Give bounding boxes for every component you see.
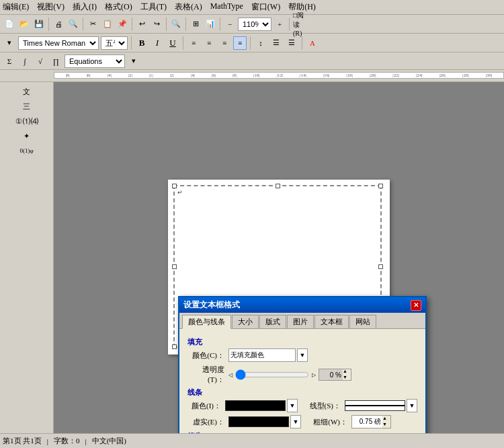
preview-button[interactable]: 🔍 bbox=[67, 17, 80, 31]
tab-textbox[interactable]: 文本框 bbox=[314, 315, 349, 328]
handle-tl[interactable] bbox=[172, 184, 177, 188]
open-button[interactable]: 📂 bbox=[17, 17, 31, 31]
sidebar-icon4[interactable]: ✦ bbox=[20, 129, 34, 143]
menu-tools[interactable]: 工具(T) bbox=[140, 1, 167, 13]
menu-insert[interactable]: 插入(I) bbox=[73, 1, 97, 13]
sidebar-icon1[interactable]: 文 bbox=[20, 85, 34, 98]
zoom-out-icon[interactable]: − bbox=[223, 17, 237, 31]
transparency-down-button[interactable]: ▼ bbox=[343, 375, 351, 381]
sidebar-icon3[interactable]: ①⑴⑷ bbox=[20, 114, 34, 128]
line-dash-label: 虚实(E)： bbox=[187, 417, 224, 427]
sep5 bbox=[185, 17, 186, 31]
tab-layout[interactable]: 版式 bbox=[259, 315, 286, 328]
numbering-button[interactable]: ☰ bbox=[285, 36, 298, 50]
style-dropdown-icon[interactable]: ▾ bbox=[3, 36, 16, 50]
line-weight-input[interactable] bbox=[352, 416, 382, 428]
dialog-tabs: 颜色与线条 大小 版式 图片 文本框 网站 bbox=[179, 313, 425, 329]
sep11 bbox=[302, 36, 302, 50]
table-icon[interactable]: ⊞ bbox=[189, 17, 202, 31]
eq-icon1[interactable]: Σ bbox=[3, 54, 16, 68]
line-weight-label: 粗细(W)： bbox=[310, 417, 347, 427]
sidebar-icon2[interactable]: 三 bbox=[20, 100, 34, 113]
chart-icon[interactable]: 📊 bbox=[204, 17, 217, 31]
slider-left-icon: ◁ bbox=[228, 372, 233, 378]
zoom-in-icon[interactable]: + bbox=[273, 17, 286, 31]
sep9 bbox=[183, 36, 183, 50]
line-dash-dropdown-button[interactable]: ▼ bbox=[290, 415, 301, 428]
sep1 bbox=[48, 17, 49, 31]
save-button[interactable]: 💾 bbox=[32, 17, 46, 31]
line-dash-box[interactable] bbox=[228, 416, 289, 427]
font-name-select[interactable]: Times New Roman bbox=[18, 36, 99, 50]
line-color-box[interactable] bbox=[225, 400, 286, 411]
line-color-dropdown-button[interactable]: ▼ bbox=[287, 399, 298, 412]
tab-size[interactable]: 大小 bbox=[232, 315, 259, 328]
handle-bl[interactable] bbox=[172, 344, 177, 349]
handle-ml[interactable] bbox=[172, 264, 177, 269]
align-left-button[interactable]: ≡ bbox=[187, 36, 200, 50]
read-button[interactable]: □阅读(R) bbox=[292, 17, 306, 31]
tab-web[interactable]: 网站 bbox=[349, 315, 376, 328]
menu-table[interactable]: 表格(A) bbox=[175, 1, 202, 13]
eq-icon2[interactable]: ∫ bbox=[18, 54, 32, 68]
sep10 bbox=[250, 36, 251, 50]
font-size-select[interactable]: 五号 bbox=[101, 36, 128, 50]
fill-color-dropdown-button[interactable]: ▼ bbox=[297, 348, 308, 362]
sidebar-icon5[interactable]: 0(1)φ bbox=[20, 144, 34, 157]
underline-button[interactable]: U bbox=[166, 36, 179, 50]
weight-up-button[interactable]: ▲ bbox=[382, 416, 390, 422]
redo-button[interactable]: ↪ bbox=[150, 17, 163, 31]
line-type-box[interactable] bbox=[345, 400, 405, 411]
menu-edit[interactable]: 编辑(E) bbox=[3, 1, 29, 13]
transparency-input[interactable] bbox=[319, 369, 343, 380]
menu-mathtype[interactable]: MathType bbox=[210, 1, 243, 13]
tab-picture[interactable]: 图片 bbox=[287, 315, 314, 328]
eq-icon3[interactable]: √ bbox=[34, 54, 47, 68]
paste-button[interactable]: 📌 bbox=[116, 17, 129, 31]
align-right-button[interactable]: ≡ bbox=[218, 36, 231, 50]
slider-area: ◁ ▷ ▲ ▼ bbox=[228, 369, 351, 381]
menu-view[interactable]: 视图(V) bbox=[37, 1, 65, 13]
line-type-dropdown-button[interactable]: ▼ bbox=[407, 399, 417, 412]
italic-button[interactable]: I bbox=[151, 36, 164, 50]
transparency-up-button[interactable]: ▲ bbox=[343, 369, 351, 375]
print-button[interactable]: 🖨 bbox=[52, 17, 65, 31]
dialog-close-button[interactable]: ✕ bbox=[411, 300, 421, 311]
tab-color-lines[interactable]: 颜色与线条 bbox=[182, 315, 231, 329]
transparency-slider[interactable] bbox=[235, 370, 309, 379]
sep3 bbox=[132, 17, 132, 31]
slider-right-icon: ▷ bbox=[312, 372, 316, 378]
font-color-button[interactable]: A bbox=[306, 36, 319, 50]
new-button[interactable]: 📄 bbox=[3, 17, 16, 31]
line-color-label: 颜色(I)： bbox=[187, 401, 221, 411]
status-sep: | bbox=[47, 437, 48, 445]
undo-button[interactable]: ↩ bbox=[135, 17, 149, 31]
eq-dropdown-icon[interactable]: ▾ bbox=[127, 54, 140, 68]
handle-tm[interactable] bbox=[276, 184, 280, 188]
bold-button[interactable]: B bbox=[135, 36, 149, 50]
cut-button[interactable]: ✂ bbox=[86, 17, 99, 31]
menu-format[interactable]: 格式(O) bbox=[105, 1, 132, 13]
menu-window[interactable]: 窗口(W) bbox=[251, 1, 280, 13]
copy-button[interactable]: 📋 bbox=[101, 17, 114, 31]
sep4 bbox=[166, 17, 167, 31]
ruler: |8||6||4||2||1||2||4||6||8||10||12||14||… bbox=[0, 70, 504, 82]
handle-tr[interactable] bbox=[378, 184, 383, 188]
transparency-label: 透明度(T)： bbox=[187, 365, 224, 385]
line-color-row: 颜色(I)： ▼ 线型(S)： ▼ bbox=[187, 399, 417, 412]
justify-button[interactable]: ≡ bbox=[233, 36, 247, 50]
equations-select[interactable]: Equations bbox=[65, 54, 125, 68]
align-center-button[interactable]: ≡ bbox=[202, 36, 216, 50]
eq-icon4[interactable]: ∏ bbox=[49, 54, 62, 68]
fill-color-select[interactable]: 无填充颜色 bbox=[228, 348, 296, 362]
handle-mr[interactable] bbox=[378, 264, 383, 269]
fill-section-label: 填充 bbox=[187, 337, 417, 347]
bullets-button[interactable]: ☰ bbox=[269, 36, 283, 50]
line-spacing-button[interactable]: ↕ bbox=[254, 36, 267, 50]
line-section-label: 线条 bbox=[187, 387, 417, 398]
search-button[interactable]: 🔍 bbox=[169, 17, 183, 31]
status-bar: 第1页 共1页 | 字数：0 | 中文(中国) bbox=[0, 433, 504, 448]
weight-down-button[interactable]: ▼ bbox=[382, 422, 390, 428]
line-type-label: 线型(S)： bbox=[307, 401, 341, 411]
zoom-select[interactable]: 110% bbox=[238, 17, 271, 31]
